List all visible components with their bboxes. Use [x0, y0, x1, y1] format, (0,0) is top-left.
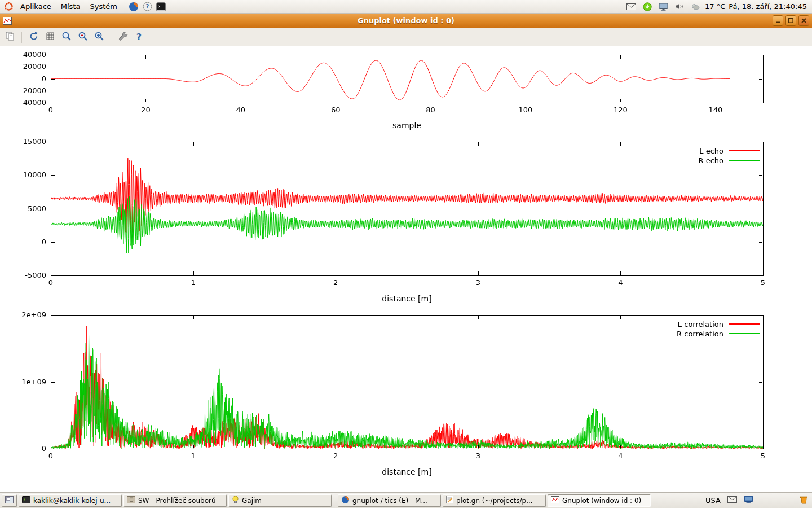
- taskbar-button-file-manager[interactable]: SW - Prohlížeč souborů: [123, 494, 227, 507]
- taskbar-tray: USA: [705, 496, 810, 506]
- legend-entry: L echo: [699, 146, 760, 155]
- y-tick-label: 0: [7, 238, 46, 246]
- taskbar-button-firefox[interactable]: gnuplot / tics (E) - M...: [338, 494, 441, 507]
- y-tick-label: -5000: [7, 271, 46, 279]
- ubuntu-menu-icon[interactable]: [2, 1, 15, 13]
- gnuplot-window-icon: [3, 17, 12, 25]
- minimize-button[interactable]: [773, 15, 783, 26]
- replot-button[interactable]: [26, 30, 41, 45]
- plots-canvas[interactable]: [0, 46, 812, 492]
- maximize-button[interactable]: [785, 15, 796, 26]
- x-tick-label: 0: [34, 106, 68, 114]
- taskbar-button-editor[interactable]: plot.gn (~/projects/p...: [443, 494, 546, 507]
- x-tick-label: 5: [746, 452, 780, 460]
- firefox-launcher-icon[interactable]: [127, 1, 140, 13]
- zoom-previous-icon: [61, 31, 72, 43]
- svg-text:?: ?: [146, 3, 149, 10]
- taskbar-button-terminal[interactable]: kaklik@kaklik-kolej-u...: [19, 494, 122, 507]
- grid-icon: [45, 31, 55, 43]
- x-tick-label: 5: [746, 278, 780, 287]
- copy-icon: [5, 31, 15, 43]
- zoom-out-icon: [78, 31, 88, 43]
- taskbar-button-label: gnuplot / tics (E) - M...: [352, 497, 438, 505]
- weather-tray-icon[interactable]: [689, 1, 701, 13]
- chart1-x-axis-label: sample: [51, 121, 763, 130]
- menu-applications[interactable]: Aplikace: [16, 1, 56, 12]
- x-tick-label: 3: [461, 278, 495, 287]
- volume-tray-icon[interactable]: [673, 1, 686, 13]
- legend-line-sample: [729, 160, 760, 161]
- zoom-out-button[interactable]: [75, 30, 90, 45]
- display-tray-icon[interactable]: [657, 1, 670, 13]
- mail-icon[interactable]: [727, 496, 737, 505]
- menu-system[interactable]: Systém: [85, 1, 121, 12]
- y-tick-label: 10000: [7, 170, 46, 179]
- taskbar-button-label: plot.gn (~/projects/p...: [456, 497, 542, 505]
- help-launcher-icon[interactable]: ?: [141, 1, 154, 13]
- gnuplot-toolbar: ?: [0, 28, 812, 46]
- configure-button[interactable]: [115, 30, 130, 45]
- legend-entry: R correlation: [677, 329, 760, 338]
- x-tick-label: 0: [34, 452, 68, 460]
- taskbar: kaklik@kaklik-kolej-u... SW - Prohlížeč …: [0, 492, 812, 508]
- y-tick-label: 0: [7, 75, 46, 83]
- help-button[interactable]: ?: [131, 30, 147, 45]
- zoom-previous-button[interactable]: [59, 30, 74, 45]
- taskbar-button-label: Gnuplot (window id : 0): [562, 497, 647, 505]
- legend-entry: R echo: [698, 156, 760, 165]
- plot-legend: L echoR echo: [698, 146, 760, 165]
- close-button[interactable]: [798, 15, 809, 26]
- window-controls: [773, 15, 809, 26]
- desktop: Aplikace Místa Systém ?: [0, 0, 812, 508]
- x-tick-label: 100: [509, 106, 542, 114]
- top-panel: Aplikace Místa Systém ?: [0, 0, 812, 14]
- display-icon[interactable]: [744, 496, 753, 505]
- zoom-in-button[interactable]: [91, 30, 107, 45]
- toolbar-separator: [21, 32, 22, 43]
- toolbar-separator: [111, 32, 111, 43]
- y-tick-label: 1e+09: [7, 378, 46, 386]
- window-title: Gnuplot (window id : 0): [0, 16, 812, 25]
- legend-label: R echo: [698, 156, 723, 165]
- mail-tray-icon[interactable]: [625, 1, 638, 13]
- gnuplot-icon: [551, 496, 559, 505]
- replot-icon: [29, 31, 39, 43]
- y-tick-label: -20000: [7, 86, 46, 95]
- window-titlebar[interactable]: Gnuplot (window id : 0): [0, 14, 812, 28]
- x-tick-label: 140: [699, 106, 732, 114]
- x-tick-label: 1: [176, 452, 210, 460]
- taskbar-button-gajim[interactable]: Gajim: [228, 494, 332, 507]
- x-tick-label: 20: [129, 106, 162, 114]
- x-tick-label: 0: [34, 278, 68, 287]
- y-tick-label: 15000: [7, 137, 46, 146]
- file-manager-icon: [127, 496, 135, 505]
- terminal-icon: [22, 496, 30, 505]
- text-editor-icon: [446, 496, 453, 505]
- show-desktop-button[interactable]: [2, 494, 17, 507]
- legend-entry: L correlation: [678, 319, 760, 329]
- copy-clipboard-button[interactable]: [2, 30, 17, 45]
- clock-label[interactable]: Pá, 18. září, 21:40:45: [729, 2, 807, 11]
- y-tick-label: 5000: [7, 204, 46, 213]
- x-tick-label: 3: [461, 452, 495, 460]
- terminal-launcher-icon[interactable]: [155, 1, 167, 13]
- panel-tray: 17 °C Pá, 18. září, 21:40:45: [625, 1, 810, 13]
- toggle-grid-button[interactable]: [42, 30, 58, 45]
- show-desktop-icon: [5, 496, 14, 505]
- legend-line-sample: [729, 150, 760, 151]
- trash-icon[interactable]: [800, 496, 808, 506]
- legend-label: L echo: [699, 147, 723, 155]
- keyboard-layout-indicator[interactable]: USA: [705, 496, 721, 505]
- temperature-label[interactable]: 17 °C: [705, 2, 725, 11]
- taskbar-button-gnuplot[interactable]: Gnuplot (window id : 0): [548, 494, 651, 507]
- y-tick-label: 0: [7, 444, 46, 453]
- x-tick-label: 80: [414, 106, 448, 114]
- legend-line-sample: [729, 333, 760, 334]
- y-tick-label: 20000: [7, 62, 46, 71]
- taskbar-button-label: SW - Prohlížeč souborů: [138, 497, 223, 505]
- menu-places[interactable]: Místa: [56, 1, 85, 12]
- legend-label: R correlation: [677, 330, 723, 338]
- update-tray-icon[interactable]: [641, 1, 654, 13]
- plot-area: sample distance [m] distance [m] 0204060…: [0, 46, 812, 492]
- legend-line-sample: [729, 323, 760, 325]
